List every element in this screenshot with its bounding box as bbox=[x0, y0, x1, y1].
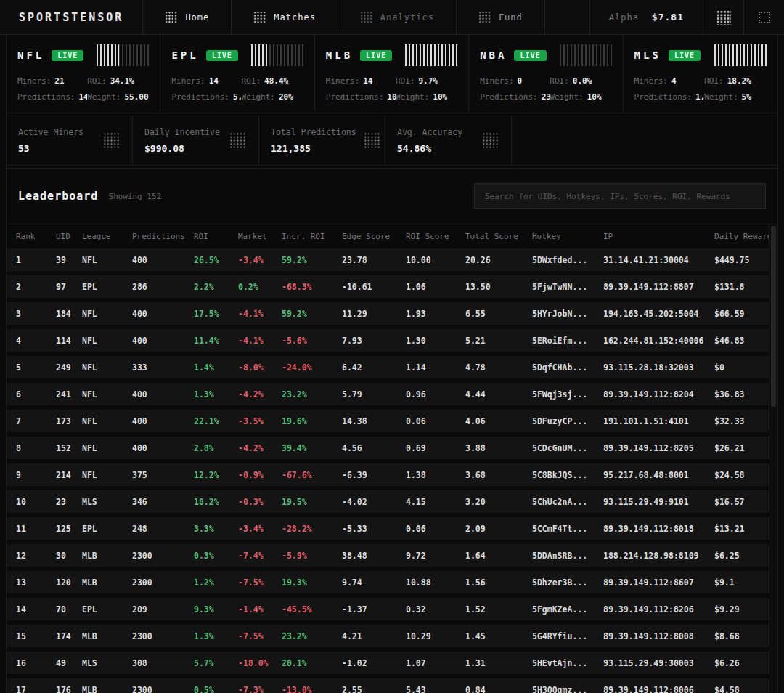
cell-total-score: 6.55 bbox=[465, 309, 532, 319]
cell-league: MLB bbox=[82, 578, 132, 588]
cell-roi: 17.5% bbox=[194, 309, 238, 319]
league-stat-weight: Weight:20% bbox=[242, 92, 303, 102]
cell-incr-roi: -28.2% bbox=[282, 524, 342, 534]
table-row[interactable]: 8152NFL4002.8%-4.2%39.4%4.560.693.885CDc… bbox=[7, 437, 769, 459]
table-row[interactable]: 6241NFL4001.3%-4.2%23.2%5.790.964.445FWq… bbox=[7, 383, 769, 405]
cell-uid: 49 bbox=[56, 658, 82, 668]
cell-hotkey: 5ERoiEfm... bbox=[532, 336, 603, 346]
league-card-nfl: NFLLIVEMiners:21ROI:34.1%Predictions:14,… bbox=[7, 35, 160, 113]
cell-daily-reward: $6.26 bbox=[714, 658, 769, 668]
top-nav: SPORTSTENSOR HomeMatchesAnalyticsFund Al… bbox=[0, 0, 784, 35]
table-row[interactable]: 11125EPL2483.3%-3.4%-28.2%-5.330.062.095… bbox=[7, 517, 769, 540]
cell-league: EPL bbox=[82, 604, 132, 615]
table-row[interactable]: 1230MLB23000.3%-7.4%-5.9%38.489.721.645D… bbox=[7, 544, 769, 567]
col-roi-score: ROI Score bbox=[406, 232, 465, 241]
cell-predictions: 2300 bbox=[132, 631, 194, 641]
tab-analytics[interactable]: Analytics bbox=[338, 0, 457, 34]
home-icon bbox=[165, 11, 177, 23]
stat-value: 34.1% bbox=[110, 76, 134, 86]
cell-hotkey: 5C8BkJQS... bbox=[532, 470, 603, 480]
grid-menu-button[interactable] bbox=[703, 0, 743, 34]
cell-predictions: 308 bbox=[132, 658, 194, 668]
table-row[interactable]: 5249NFL3331.4%-8.0%-24.0%6.421.144.785Dq… bbox=[7, 356, 769, 378]
tab-matches[interactable]: Matches bbox=[232, 0, 338, 34]
cell-hotkey: 5G4RYfiu... bbox=[532, 631, 603, 641]
cell-market: -3.4% bbox=[238, 255, 282, 265]
table-row[interactable]: 13120MLB23001.2%-7.5%19.3%9.7410.881.565… bbox=[7, 571, 769, 593]
stat-label: ROI: bbox=[87, 76, 107, 86]
table-row[interactable]: 3184NFL40017.5%-4.1%59.2%11.291.936.555H… bbox=[7, 302, 769, 325]
cell-predictions: 400 bbox=[132, 389, 194, 400]
cell-edge-score: -4.02 bbox=[342, 497, 406, 507]
cell-ip: 89.39.149.112:8008 bbox=[603, 631, 714, 641]
table-row[interactable]: 297EPL2862.2%0.2%-68.3%-10.611.0613.505F… bbox=[7, 275, 769, 298]
cell-predictions: 286 bbox=[132, 282, 194, 292]
cell-uid: 174 bbox=[56, 631, 82, 641]
col-rank: Rank bbox=[16, 232, 56, 241]
table-row[interactable]: 4114NFL40011.4%-4.1%-5.6%7.931.305.215ER… bbox=[7, 329, 769, 352]
league-card-stats: Miners:21ROI:34.1%Predictions:14,160Weig… bbox=[17, 76, 149, 102]
league-stat-miners: Miners:14 bbox=[326, 76, 396, 86]
alpha-label: Alpha bbox=[609, 12, 639, 23]
cell-uid: 30 bbox=[56, 551, 82, 561]
table-row[interactable]: 1023MLS34618.2%-0.3%19.5%-4.024.153.205C… bbox=[7, 490, 769, 513]
cell-roi-score: 1.38 bbox=[406, 470, 465, 480]
cell-roi: 1.2% bbox=[194, 578, 238, 588]
cell-roi: 26.5% bbox=[194, 255, 238, 265]
tab-home[interactable]: Home bbox=[143, 0, 232, 34]
table-scrollbar[interactable] bbox=[769, 224, 777, 693]
leaderboard-count: Showing 152 bbox=[108, 192, 161, 201]
stat-value: 14 bbox=[363, 76, 372, 86]
stat-value: 10% bbox=[433, 92, 447, 102]
cell-hotkey: 5DDAnSRB... bbox=[532, 551, 603, 561]
statcell-text: Total Predictions121,385 bbox=[271, 127, 356, 154]
cell-daily-reward: $32.33 bbox=[714, 416, 769, 426]
statcell-value: 53 bbox=[18, 143, 83, 154]
league-name: MLB bbox=[326, 49, 353, 61]
cell-rank: 14 bbox=[16, 604, 56, 615]
alpha-value: $7.81 bbox=[652, 12, 684, 23]
scrollbar-thumb[interactable] bbox=[771, 226, 776, 407]
cell-uid: 23 bbox=[56, 497, 82, 507]
table-row[interactable]: 1470EPL2099.3%-1.4%-45.5%-1.370.321.525F… bbox=[7, 598, 769, 620]
stat-value: 21 bbox=[54, 76, 64, 86]
table-row[interactable]: 7173NFL40022.1%-3.5%19.6%14.380.064.065D… bbox=[7, 410, 769, 432]
search-input[interactable] bbox=[474, 183, 766, 209]
cell-uid: 214 bbox=[56, 470, 82, 480]
cell-hotkey: 5CCmF4Tt... bbox=[532, 524, 603, 534]
cell-roi-score: 0.69 bbox=[406, 443, 465, 453]
table-row[interactable]: 1649MLS3085.7%-18.0%20.1%-1.021.071.315H… bbox=[7, 652, 769, 674]
cell-edge-score: 9.74 bbox=[342, 578, 406, 588]
cell-market: -4.2% bbox=[238, 389, 282, 400]
barcode-fill bbox=[405, 44, 457, 66]
stat-value: 9.7% bbox=[418, 76, 438, 86]
cell-predictions: 400 bbox=[132, 416, 194, 426]
statcell-active-miners: Active Miners53 bbox=[7, 116, 133, 165]
table-row[interactable]: 17176MLB23000.5%-7.3%-13.0%2.555.430.845… bbox=[7, 678, 769, 693]
col-league: League bbox=[82, 232, 132, 241]
league-stat-predictions: Predictions:100,267 bbox=[326, 92, 396, 102]
statcell-text: Daily Incentive$990.08 bbox=[144, 127, 220, 154]
cell-total-score: 1.64 bbox=[465, 551, 532, 561]
nav-spacer bbox=[545, 0, 589, 34]
fund-icon bbox=[478, 11, 491, 23]
table-row[interactable]: 139NFL40026.5%-3.4%59.2%23.7810.0020.265… bbox=[7, 248, 769, 271]
cell-edge-score: 23.78 bbox=[342, 255, 406, 265]
table-row[interactable]: 15174MLB23001.3%-7.5%23.2%4.2110.291.455… bbox=[7, 625, 769, 647]
cell-market: -4.1% bbox=[238, 336, 282, 346]
league-card-head: MLBLIVE bbox=[326, 44, 457, 66]
dotted-frame-button[interactable] bbox=[743, 0, 784, 34]
statcell-text: Active Miners53 bbox=[18, 127, 83, 154]
stat-label: Miners: bbox=[634, 76, 668, 86]
leaderboard-header: Leaderboard Showing 152 bbox=[7, 168, 777, 224]
cell-roi-score: 1.07 bbox=[406, 658, 465, 668]
cell-edge-score: 6.42 bbox=[342, 362, 406, 373]
stat-value: 238 bbox=[542, 92, 550, 102]
tab-fund[interactable]: Fund bbox=[457, 0, 545, 34]
table-row[interactable]: 9214NFL37512.2%-0.9%-67.6%-6.391.383.685… bbox=[7, 463, 769, 486]
cell-market: -0.3% bbox=[238, 497, 282, 507]
cell-rank: 6 bbox=[16, 389, 56, 400]
stat-value: 0 bbox=[518, 76, 523, 86]
league-stat-miners: Miners:0 bbox=[480, 76, 550, 86]
cell-roi-score: 5.43 bbox=[406, 685, 465, 693]
